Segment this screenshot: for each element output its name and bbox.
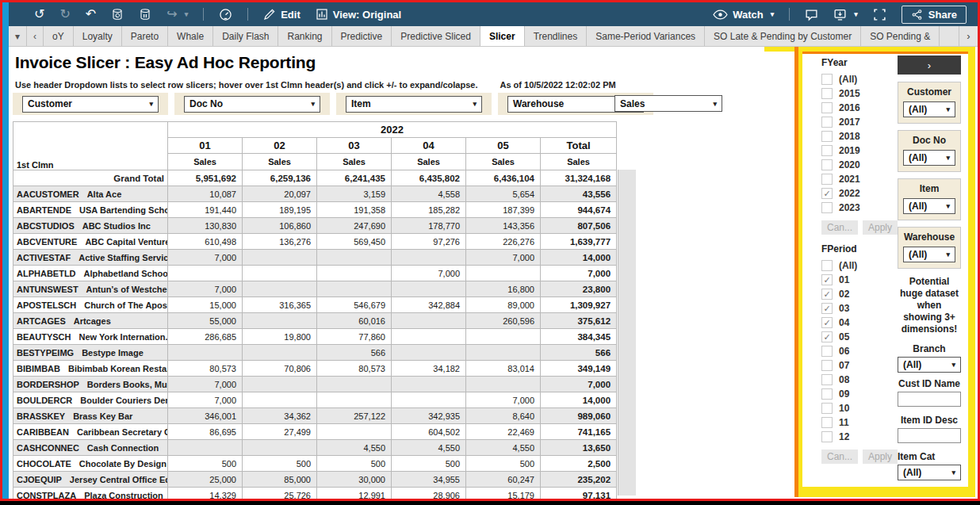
cell[interactable]: 7,000: [168, 377, 243, 392]
cell[interactable]: 16,800: [466, 281, 541, 297]
checkbox-icon[interactable]: [821, 74, 833, 85]
grand-total-label[interactable]: Grand Total: [13, 170, 168, 186]
checkbox-option-08[interactable]: 08: [821, 373, 894, 387]
cell[interactable]: 22,469: [466, 424, 541, 440]
tab-predictive[interactable]: Predictive: [332, 26, 392, 46]
cell[interactable]: [392, 392, 466, 408]
cell[interactable]: 500: [317, 456, 392, 472]
row-label-constplaza[interactable]: CONSTPLAZAPlaza Construction: [13, 488, 168, 502]
checkbox-icon[interactable]: [821, 417, 833, 428]
tabs-scroll-left-icon[interactable]: ‹: [27, 26, 44, 46]
cell[interactable]: 12,991: [317, 488, 392, 502]
share-button[interactable]: Share: [902, 6, 967, 24]
checkbox-icon[interactable]: [821, 88, 833, 99]
checkbox-icon[interactable]: ✓: [821, 188, 833, 199]
cell[interactable]: [466, 329, 541, 345]
column-header-period-01[interactable]: 01: [168, 138, 243, 154]
column-header-measure[interactable]: Sales: [317, 154, 392, 170]
cell[interactable]: [168, 266, 243, 281]
cell[interactable]: 316,365: [243, 297, 317, 313]
tab-so-late-pending-by-customer[interactable]: SO Late & Pending by Customer: [705, 26, 861, 46]
checkbox-icon[interactable]: ✓: [821, 274, 833, 285]
column-header-period-02[interactable]: 02: [243, 138, 317, 154]
filter-dropdown-warehouse[interactable]: (All)▾: [903, 247, 955, 262]
cell[interactable]: 989,060: [541, 408, 617, 424]
cell[interactable]: [168, 345, 243, 361]
cell[interactable]: 13,650: [541, 440, 617, 456]
cell[interactable]: [243, 392, 317, 408]
cell[interactable]: 10,087: [168, 186, 243, 202]
row-label-bordershop[interactable]: BORDERSHOPBorders Books, Mus..: [13, 377, 168, 392]
cell[interactable]: 500: [243, 456, 317, 472]
cell[interactable]: [317, 424, 392, 440]
checkbox-option-06[interactable]: 06: [821, 344, 894, 358]
cell[interactable]: 257,122: [317, 408, 392, 424]
revert-icon[interactable]: ↶: [86, 8, 96, 21]
cell[interactable]: 346,001: [168, 408, 243, 424]
cell[interactable]: 187,399: [466, 202, 541, 218]
checkbox-option-2022[interactable]: ✓2022: [821, 186, 894, 201]
cell[interactable]: [168, 440, 243, 456]
checkbox-icon[interactable]: [821, 202, 833, 213]
checkbox-option-2019[interactable]: 2019: [821, 143, 894, 158]
checkbox-option-all[interactable]: (All): [821, 72, 894, 86]
cell[interactable]: 43,556: [541, 186, 617, 202]
fperiod-apply-button[interactable]: Apply: [863, 450, 898, 464]
cell[interactable]: 55,000: [168, 313, 243, 329]
cell[interactable]: 15,000: [168, 297, 243, 313]
cell[interactable]: [392, 377, 466, 392]
cell[interactable]: 384,345: [541, 329, 617, 345]
item-cat-dropdown[interactable]: (All)▾: [898, 465, 961, 480]
view-original-button[interactable]: View: Original: [316, 8, 401, 21]
cell[interactable]: 185,282: [392, 202, 466, 218]
checkbox-option-2015[interactable]: 2015: [821, 86, 894, 101]
filter-dropdown-doc-no[interactable]: (All)▾: [903, 150, 955, 166]
tab-ranking[interactable]: Ranking: [278, 26, 331, 46]
checkbox-option-01[interactable]: ✓01: [821, 273, 894, 287]
refresh-data-icon[interactable]: [111, 8, 124, 21]
checkbox-icon[interactable]: [821, 388, 833, 400]
row-label-antunswest[interactable]: ANTUNSWESTAntun’s of Westche..: [13, 281, 168, 297]
checkbox-icon[interactable]: [821, 174, 833, 185]
checkbox-icon[interactable]: [821, 131, 833, 142]
cell[interactable]: 500: [466, 456, 541, 472]
cell[interactable]: [392, 329, 466, 345]
cell[interactable]: 25,000: [168, 472, 243, 488]
cell[interactable]: 77,860: [317, 329, 392, 345]
cell[interactable]: 70,806: [243, 361, 317, 377]
sheet-list-dropdown-icon[interactable]: ▾: [9, 26, 27, 46]
cell[interactable]: 7,000: [541, 377, 617, 392]
cell[interactable]: [243, 281, 317, 297]
cell[interactable]: [243, 345, 317, 361]
tab-pareto[interactable]: Pareto: [122, 26, 168, 46]
cell[interactable]: 546,679: [317, 297, 392, 313]
tab-predictive-sliced[interactable]: Predictive Sliced: [392, 26, 480, 46]
cell[interactable]: 143,356: [466, 218, 541, 234]
cell[interactable]: 136,276: [243, 234, 317, 250]
row-label-chocolate[interactable]: CHOCOLATEChocolate By Design: [13, 456, 168, 472]
cell[interactable]: 3,159: [317, 186, 392, 202]
grand-total-value[interactable]: 6,259,136: [243, 170, 317, 186]
tab-same-period-variances[interactable]: Same-Period Variances: [587, 26, 705, 46]
download-button[interactable]: ▾: [833, 8, 858, 21]
checkbox-icon[interactable]: ✓: [821, 317, 833, 328]
cell[interactable]: 130,830: [168, 218, 243, 234]
cell[interactable]: 14,000: [541, 250, 617, 266]
row-label-abcstudios[interactable]: ABCSTUDIOSABC Studios Inc: [13, 218, 168, 234]
table-vertical-scrollbar[interactable]: [618, 170, 636, 495]
cell[interactable]: 342,935: [392, 408, 466, 424]
cell[interactable]: 235,202: [541, 472, 617, 488]
cell[interactable]: 30,000: [317, 472, 392, 488]
checkbox-option-2020[interactable]: 2020: [821, 158, 894, 172]
cell[interactable]: 7,000: [168, 250, 243, 266]
row-label-cashconnec[interactable]: CASHCONNECCash Connection: [13, 440, 168, 456]
cell[interactable]: 5,654: [466, 186, 541, 202]
collapse-panel-button[interactable]: ›: [898, 55, 961, 75]
checkbox-icon[interactable]: [821, 260, 833, 271]
cell[interactable]: [243, 266, 317, 281]
cell[interactable]: 4,550: [392, 440, 466, 456]
cell[interactable]: 60,247: [466, 472, 541, 488]
fullscreen-icon[interactable]: [873, 8, 886, 21]
row-label-aacustomer[interactable]: AACUSTOMERAlta Ace: [13, 186, 168, 202]
checkbox-option-2016[interactable]: 2016: [821, 101, 894, 115]
